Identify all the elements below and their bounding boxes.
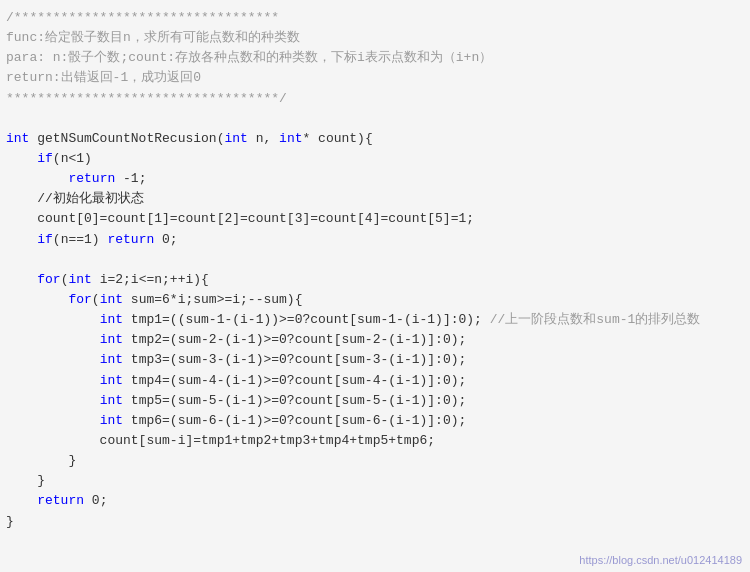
code-line: int tmp1=((sum-1-(i-1))>=0?count[sum-1-(…: [6, 310, 744, 330]
code-container: /**********************************func:…: [0, 0, 750, 572]
code-line: int tmp5=(sum-5-(i-1)>=0?count[sum-5-(i-…: [6, 391, 744, 411]
code-line: for(int sum=6*i;sum>=i;--sum){: [6, 290, 744, 310]
code-line: ***********************************/: [6, 89, 744, 109]
code-line: count[0]=count[1]=count[2]=count[3]=coun…: [6, 209, 744, 229]
code-line: return 0;: [6, 491, 744, 511]
code-line: }: [6, 471, 744, 491]
code-line: int getNSumCountNotRecusion(int n, int* …: [6, 129, 744, 149]
code-block: /**********************************func:…: [6, 8, 744, 532]
code-line: }: [6, 451, 744, 471]
code-line: para: n:骰子个数;count:存放各种点数和的种类数，下标i表示点数和为…: [6, 48, 744, 68]
code-line: int tmp6=(sum-6-(i-1)>=0?count[sum-6-(i-…: [6, 411, 744, 431]
code-line: //初始化最初状态: [6, 189, 744, 209]
code-line: count[sum-i]=tmp1+tmp2+tmp3+tmp4+tmp5+tm…: [6, 431, 744, 451]
code-line: return -1;: [6, 169, 744, 189]
code-line: return:出错返回-1，成功返回0: [6, 68, 744, 88]
code-line: for(int i=2;i<=n;++i){: [6, 270, 744, 290]
code-line: if(n<1): [6, 149, 744, 169]
code-line: [6, 109, 744, 129]
code-line: [6, 250, 744, 270]
code-line: int tmp3=(sum-3-(i-1)>=0?count[sum-3-(i-…: [6, 350, 744, 370]
watermark: https://blog.csdn.net/u012414189: [579, 554, 742, 566]
code-line: func:给定骰子数目n，求所有可能点数和的种类数: [6, 28, 744, 48]
code-line: int tmp4=(sum-4-(i-1)>=0?count[sum-4-(i-…: [6, 371, 744, 391]
code-line: }: [6, 512, 744, 532]
code-line: /**********************************: [6, 8, 744, 28]
code-line: int tmp2=(sum-2-(i-1)>=0?count[sum-2-(i-…: [6, 330, 744, 350]
code-line: if(n==1) return 0;: [6, 230, 744, 250]
